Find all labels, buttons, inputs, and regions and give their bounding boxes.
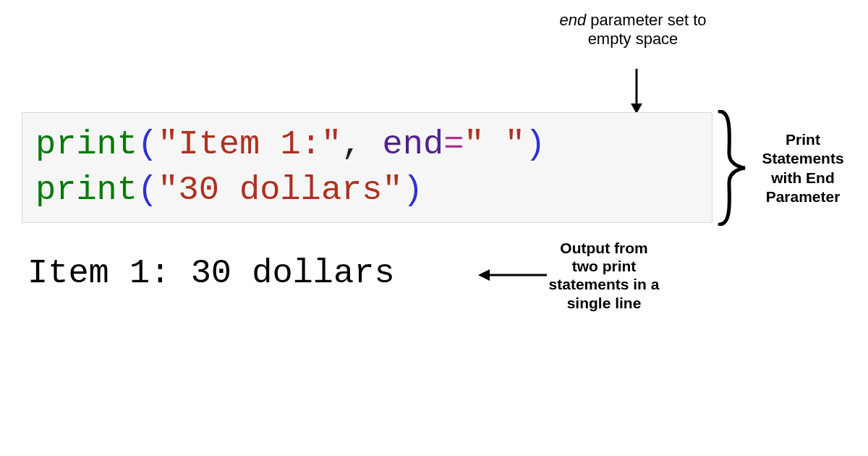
annotation-print-statements: Print Statements with End Parameter bbox=[752, 130, 854, 206]
token-comma: , bbox=[341, 125, 382, 164]
annotation-end-parameter: end parameter set to empty space bbox=[546, 11, 720, 48]
code-block: print("Item 1:", end=" ") print("30 doll… bbox=[22, 112, 712, 223]
token-string: "30 dollars" bbox=[158, 171, 402, 209]
token-string: " " bbox=[464, 125, 525, 164]
code-line-2: print("30 dollars") bbox=[35, 167, 699, 213]
annotation-end-word: end bbox=[559, 11, 586, 29]
token-function: print bbox=[35, 171, 137, 209]
arrow-down-icon bbox=[629, 69, 644, 114]
arrow-left-icon bbox=[478, 268, 547, 282]
token-paren-open: ( bbox=[137, 125, 158, 164]
annotation-output-label: Output from two print statements in a si… bbox=[546, 239, 662, 312]
code-line-1: print("Item 1:", end=" ") bbox=[35, 122, 699, 167]
output-text: Item 1: 30 dollars bbox=[27, 253, 395, 294]
token-keyword-end: end bbox=[383, 125, 444, 164]
svg-marker-3 bbox=[478, 269, 490, 281]
token-paren-close: ) bbox=[403, 171, 423, 209]
token-function: print bbox=[35, 125, 137, 164]
token-paren-close: ) bbox=[525, 125, 545, 164]
curly-brace-icon bbox=[716, 110, 749, 226]
token-string: "Item 1:" bbox=[158, 125, 341, 164]
token-paren-open: ( bbox=[137, 171, 158, 209]
annotation-end-rest: parameter set to empty space bbox=[586, 11, 706, 48]
token-equals: = bbox=[443, 125, 464, 164]
